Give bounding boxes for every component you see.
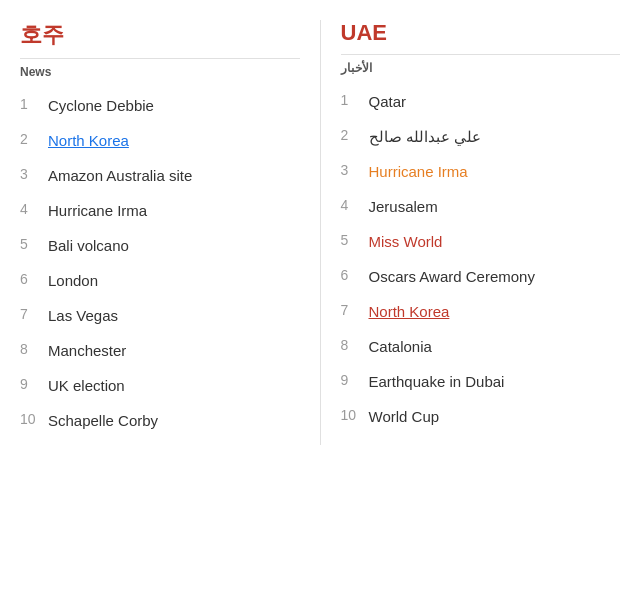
left-column-title: 호주 <box>20 20 300 59</box>
trend-text: Las Vegas <box>48 305 118 326</box>
trend-text: UK election <box>48 375 125 396</box>
trend-number: 10 <box>20 410 48 427</box>
list-item: 4Hurricane Irma <box>20 200 300 221</box>
trend-text: Hurricane Irma <box>48 200 147 221</box>
trending-columns: 호주 News 1Cyclone Debbie2North Korea3Amaz… <box>0 20 640 445</box>
trend-number: 2 <box>20 130 48 147</box>
list-item: 2علي عبدالله صالح <box>341 126 621 147</box>
trend-number: 7 <box>341 301 369 318</box>
trend-number: 4 <box>20 200 48 217</box>
trend-text: Earthquake in Dubai <box>369 371 505 392</box>
trend-text: Qatar <box>369 91 407 112</box>
trend-number: 3 <box>20 165 48 182</box>
left-trend-list: 1Cyclone Debbie2North Korea3Amazon Austr… <box>20 95 300 431</box>
list-item: 5Bali volcano <box>20 235 300 256</box>
trend-text: Amazon Australia site <box>48 165 192 186</box>
trend-number: 6 <box>20 270 48 287</box>
list-item: 10Schapelle Corby <box>20 410 300 431</box>
trend-text[interactable]: North Korea <box>369 301 450 322</box>
trend-number: 1 <box>341 91 369 108</box>
trend-number: 10 <box>341 406 369 423</box>
trend-number: 6 <box>341 266 369 283</box>
right-column-title: UAE <box>341 20 621 55</box>
trend-number: 5 <box>341 231 369 248</box>
list-item: 1Qatar <box>341 91 621 112</box>
trend-text: Manchester <box>48 340 126 361</box>
trend-number: 1 <box>20 95 48 112</box>
right-column: UAE الأخبار 1Qatar2علي عبدالله صالح3Hurr… <box>321 20 641 445</box>
trend-text: Cyclone Debbie <box>48 95 154 116</box>
trend-number: 8 <box>20 340 48 357</box>
trend-number: 9 <box>341 371 369 388</box>
list-item: 3Amazon Australia site <box>20 165 300 186</box>
list-item: 4Jerusalem <box>341 196 621 217</box>
trend-text: Catalonia <box>369 336 432 357</box>
trend-text: World Cup <box>369 406 440 427</box>
list-item: 6Oscars Award Ceremony <box>341 266 621 287</box>
list-item: 8Catalonia <box>341 336 621 357</box>
trend-text: London <box>48 270 98 291</box>
trend-text: Schapelle Corby <box>48 410 158 431</box>
list-item: 7Las Vegas <box>20 305 300 326</box>
list-item: 1Cyclone Debbie <box>20 95 300 116</box>
trend-text: Oscars Award Ceremony <box>369 266 535 287</box>
trend-text: Hurricane Irma <box>369 161 468 182</box>
trend-text: Jerusalem <box>369 196 438 217</box>
left-column: 호주 News 1Cyclone Debbie2North Korea3Amaz… <box>0 20 321 445</box>
list-item: 5Miss World <box>341 231 621 252</box>
list-item: 10World Cup <box>341 406 621 427</box>
trend-number: 9 <box>20 375 48 392</box>
list-item[interactable]: 7North Korea <box>341 301 621 322</box>
trend-number: 2 <box>341 126 369 143</box>
right-trend-list: 1Qatar2علي عبدالله صالح3Hurricane Irma4J… <box>341 91 621 427</box>
trend-text[interactable]: North Korea <box>48 130 129 151</box>
list-item: 3Hurricane Irma <box>341 161 621 182</box>
left-column-subtitle: News <box>20 65 300 79</box>
list-item: 9Earthquake in Dubai <box>341 371 621 392</box>
trend-text: علي عبدالله صالح <box>369 126 481 147</box>
right-column-subtitle: الأخبار <box>341 61 621 75</box>
list-item: 9UK election <box>20 375 300 396</box>
trend-number: 3 <box>341 161 369 178</box>
trend-number: 7 <box>20 305 48 322</box>
list-item: 8Manchester <box>20 340 300 361</box>
trend-number: 8 <box>341 336 369 353</box>
trend-number: 4 <box>341 196 369 213</box>
trend-text: Miss World <box>369 231 443 252</box>
trend-text: Bali volcano <box>48 235 129 256</box>
list-item: 6London <box>20 270 300 291</box>
list-item[interactable]: 2North Korea <box>20 130 300 151</box>
trend-number: 5 <box>20 235 48 252</box>
